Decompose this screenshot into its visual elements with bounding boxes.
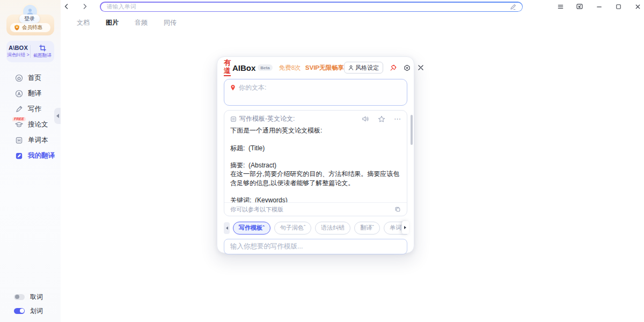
sidebar-collapse-handle[interactable] — [54, 108, 61, 124]
back-button[interactable] — [62, 2, 71, 11]
favorite-star-icon[interactable] — [378, 115, 385, 123]
gear-icon — [403, 64, 411, 72]
result-content: 下面是一个通用的英文论文模板: 标题: (Title) 摘要: (Abstrac… — [224, 125, 407, 203]
pin-button[interactable] — [389, 64, 397, 72]
graduation-cap-icon — [15, 121, 23, 129]
tab-images[interactable]: 图片 — [98, 15, 127, 31]
copy-icon[interactable] — [394, 206, 401, 213]
edit-pen-icon[interactable] — [510, 4, 516, 10]
word-search-bar[interactable]: 请输入单词 — [100, 2, 523, 12]
result-card: 写作模板-英文论文: ⋯ 下面是一个通用的英文论文模板: 标题: (Title)… — [224, 110, 407, 216]
word-select-label: 划词 — [30, 306, 43, 316]
chips-prev-button[interactable] — [224, 222, 230, 234]
aibox-card: A\BOX 润色纠错 > 截图翻译 — [6, 41, 54, 62]
sidebar-item-label: 我的翻译 — [28, 151, 55, 160]
word-select-toggle[interactable] — [14, 308, 25, 314]
menu-icon — [557, 3, 564, 10]
minimize-button[interactable] — [595, 2, 603, 11]
screenshot-translate-label: 截图翻译 — [33, 53, 52, 59]
crop-icon — [39, 45, 46, 52]
chip-sentence-polish[interactable]: 句子润色ˆ — [274, 222, 312, 235]
aibox-header: 有道 AIBox Beta 免费8次 SVIP无限畅享 风格设定 — [224, 61, 407, 75]
template-request-placeholder: 输入你想要的写作模版... — [230, 242, 303, 251]
aibox-dialog: 有道 AIBox Beta 免费8次 SVIP无限畅享 风格设定 你的文本: — [217, 56, 414, 253]
person-icon — [348, 65, 354, 70]
tab-label: 同传 — [164, 19, 177, 26]
maximize-icon — [615, 3, 622, 10]
tab-audio[interactable]: 音频 — [127, 15, 156, 31]
chips-strip: 写作模板ˆ 句子润色ˆ 语法纠错 翻译ˆ 单词百科 论文去 — [233, 222, 407, 235]
tab-label: 图片 — [106, 19, 119, 26]
translate-icon — [15, 90, 23, 98]
template-doc-icon — [230, 116, 237, 122]
modal-scrollbar[interactable] — [411, 115, 413, 145]
tab-interpretation[interactable]: 同传 — [156, 15, 185, 31]
chips-next-button[interactable] — [402, 221, 409, 234]
maximize-button[interactable] — [614, 2, 623, 11]
sidebar-item-label: 首页 — [28, 74, 41, 83]
sidebar-nav: 首页 翻译 写作 FREE 搜论文 单词本 — [0, 70, 61, 164]
vip-benefits-button[interactable]: 会员特惠 — [10, 23, 50, 32]
svip-promo[interactable]: 免费8次 SVIP无限畅享 — [279, 64, 344, 72]
your-text-input[interactable]: 你的文本: — [224, 79, 407, 106]
settings-button[interactable] — [403, 64, 411, 72]
sidebar-item-translate[interactable]: 翻译 — [0, 86, 61, 101]
style-setting-label: 风格设定 — [355, 64, 379, 72]
result-footer-hint: 你可以参考以下模版 — [230, 206, 283, 214]
sidebar-item-writing[interactable]: 写作 — [0, 101, 61, 117]
word-capture-label: 取词 — [30, 292, 43, 302]
sidebar-item-label: 搜论文 — [28, 120, 48, 129]
tab-label: 音频 — [135, 19, 148, 26]
mini-mode-button[interactable] — [575, 2, 584, 11]
pen-icon — [15, 105, 23, 113]
style-setting-button[interactable]: 风格设定 — [344, 62, 383, 74]
feature-chips-row: 写作模板ˆ 句子润色ˆ 语法纠错 翻译ˆ 单词百科 论文去 — [224, 221, 407, 235]
template-request-input[interactable]: 输入你想要的写作模版... — [224, 239, 407, 254]
titlebar: 请输入单词 — [61, 0, 644, 14]
screenshot-translate-entry[interactable]: 截图翻译 — [31, 45, 54, 59]
close-window-button[interactable] — [633, 2, 642, 11]
sidebar-item-label: 写作 — [28, 105, 41, 114]
chevron-left-icon — [224, 226, 228, 230]
speaker-icon[interactable] — [362, 115, 369, 122]
result-title: 写作模板-英文论文: — [239, 114, 295, 123]
word-capture-toggle[interactable] — [14, 294, 25, 300]
chip-writing-template[interactable]: 写作模板ˆ — [233, 222, 270, 235]
menu-button[interactable] — [556, 2, 565, 11]
collapse-arrow-icon — [54, 114, 59, 118]
login-button[interactable]: 登录 — [19, 14, 40, 23]
minimize-icon — [596, 3, 603, 10]
your-text-label: 你的文本: — [239, 84, 266, 91]
svip-label: SVIP无限畅享 — [305, 64, 344, 71]
free-quota-label: 免费8次 — [279, 64, 301, 71]
aibox-polish-label: 润色纠错 > — [7, 52, 29, 58]
forward-button[interactable] — [80, 2, 89, 11]
location-pin-icon — [230, 84, 236, 91]
tab-documents[interactable]: 文档 — [69, 15, 98, 31]
chip-translate[interactable]: 翻译ˆ — [354, 222, 380, 235]
sidebar-item-home[interactable]: 首页 — [0, 70, 61, 86]
chevron-right-icon — [404, 226, 408, 229]
sidebar-item-paper-search[interactable]: FREE 搜论文 — [0, 117, 61, 133]
vip-badge-icon — [14, 25, 20, 31]
beta-badge: Beta — [258, 64, 272, 71]
sidebar-item-wordbook[interactable]: 单词本 — [0, 133, 61, 148]
sidebar-item-label: 单词本 — [28, 136, 48, 145]
close-dialog-button[interactable] — [417, 64, 425, 71]
wordbook-icon — [15, 136, 23, 144]
sidebar: 登录 会员特惠 A\BOX 润色纠错 > 截图翻译 首页 — [0, 0, 61, 322]
aibox-title: AIBox — [232, 63, 255, 72]
my-translation-icon — [15, 152, 23, 160]
close-icon — [634, 3, 641, 10]
back-arrow-icon — [63, 3, 70, 10]
mini-window-icon — [576, 3, 583, 10]
search-placeholder: 请输入单词 — [107, 3, 136, 11]
more-icon[interactable]: ⋯ — [394, 116, 401, 122]
aibox-logo: A\BOX — [9, 45, 28, 51]
chip-grammar-check[interactable]: 语法纠错 — [315, 222, 350, 235]
sidebar-item-my-translations[interactable]: 我的翻译 — [0, 148, 61, 164]
forward-arrow-icon — [82, 3, 88, 10]
aibox-polish-entry[interactable]: A\BOX 润色纠错 > — [6, 45, 30, 58]
vip-benefits-label: 会员特惠 — [22, 24, 42, 31]
media-tabs: 文档 图片 音频 同传 — [69, 15, 185, 31]
